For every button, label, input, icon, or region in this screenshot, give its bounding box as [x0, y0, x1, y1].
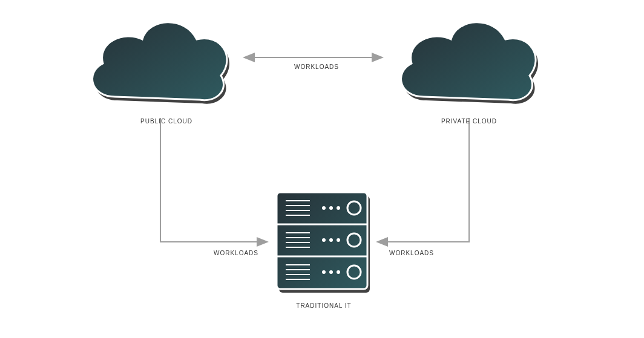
- svg-point-18: [337, 238, 340, 242]
- public-cloud-icon: [79, 6, 236, 115]
- hybrid-cloud-diagram: PUBLIC CLOUD PRIVATE CLOUD TRADITIONAL I…: [0, 0, 644, 338]
- workloads-right-label: WORKLOADS: [384, 250, 439, 256]
- svg-point-26: [337, 270, 340, 274]
- server-icon: [271, 187, 373, 296]
- svg-point-8: [322, 206, 326, 210]
- traditional-it-label: TRADITIONAL IT: [291, 302, 357, 309]
- workloads-top-label: WORKLOADS: [289, 63, 344, 70]
- private-cloud-icon: [387, 6, 545, 115]
- svg-point-25: [329, 270, 333, 274]
- svg-point-24: [322, 270, 326, 274]
- svg-point-17: [329, 238, 333, 242]
- svg-point-10: [337, 206, 340, 210]
- arrow-left-to-server: [160, 118, 266, 242]
- arrow-right-to-server: [378, 118, 469, 242]
- svg-point-9: [329, 206, 333, 210]
- svg-point-16: [322, 238, 326, 242]
- public-cloud-label: PUBLIC CLOUD: [136, 118, 197, 125]
- workloads-left-label: WORKLOADS: [209, 250, 263, 256]
- private-cloud-label: PRIVATE CLOUD: [439, 118, 499, 125]
